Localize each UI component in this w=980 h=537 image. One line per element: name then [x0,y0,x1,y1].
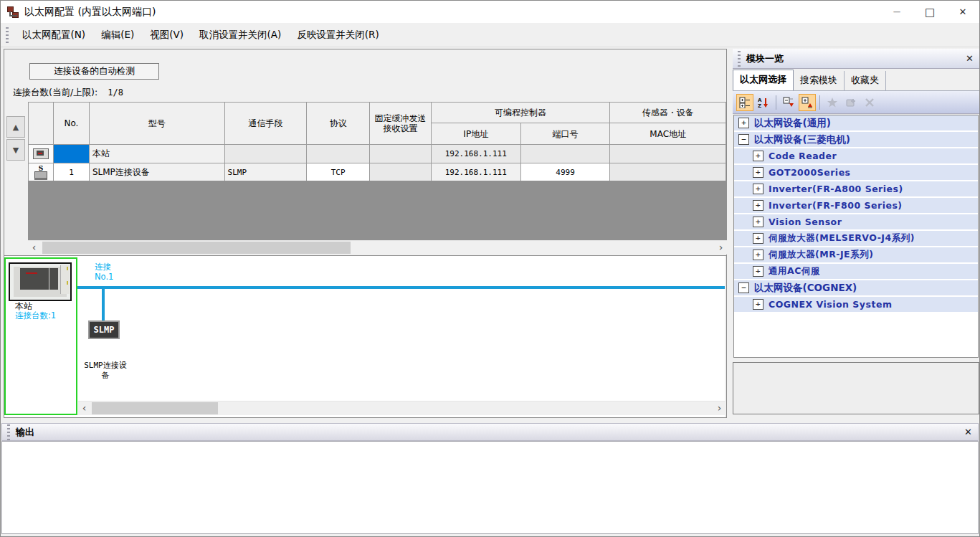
slmp-device-icon: S [29,163,54,182]
host-protocol-cell [307,145,370,163]
tree-item-ethernet-cognex[interactable]: −以太网设备(COGNEX) [734,280,978,295]
expand-icon[interactable]: + [753,184,763,194]
expand-icon[interactable]: + [753,233,763,244]
svg-text:A: A [758,98,762,103]
delete-icon [861,94,878,111]
expand-icon[interactable]: + [738,118,749,128]
scrollbar-thumb[interactable] [42,242,351,254]
col-mac: MAC地址 [610,123,726,145]
close-button[interactable]: ✕ [946,1,979,23]
toolbar-separator [776,95,776,110]
output-grip[interactable] [7,424,10,440]
module-list-tabs: 以太网选择 搜索模块 收藏夹 [733,69,979,91]
slmp-model-cell[interactable]: SLMP连接设备 [89,163,224,182]
tree-item-inverter-f800[interactable]: +Inverter(FR-F800 Series) [734,198,978,213]
col-ip: IP地址 [431,123,520,145]
device-table: No. 型号 通信手段 协议 固定缓冲发送接收设置 可编程控制器 传感器・设备 … [28,102,726,182]
scroll-right-icon[interactable]: › [715,242,727,254]
expand-tree-toggle-icon[interactable] [736,94,753,111]
table-horizontal-scrollbar[interactable]: ‹ › [28,240,727,255]
row-down-button[interactable]: ▼ [6,139,25,161]
slmp-protocol-cell[interactable]: TCP [307,163,370,182]
expand-icon[interactable]: + [753,250,763,260]
tree-item-vision-sensor[interactable]: +Vision Sensor [734,214,978,229]
tree-item-general-ac-servo[interactable]: +通用AC伺服 [734,264,978,279]
col-protocol: 协议 [307,103,370,145]
toolbar-separator [819,95,820,110]
app-icon [7,6,19,18]
menu-edit[interactable]: 编辑(E) [93,24,142,46]
output-close-icon[interactable]: ✕ [964,427,972,437]
col-model: 型号 [89,103,224,145]
menu-view[interactable]: 视图(V) [142,24,191,46]
table-row-host[interactable]: 本站 192.168.1.111 [29,145,726,163]
tree-item-ethernet-mitsubishi[interactable]: −以太网设备(三菱电机) [734,132,978,147]
tab-search-module[interactable]: 搜索模块 [794,71,845,90]
menu-apply-close[interactable]: 反映设置并关闭(R) [289,24,386,46]
tree-item-cognex-vision[interactable]: +COGNEX Vision System [734,297,978,312]
add-favorite-icon [842,94,860,111]
tree-item-ethernet-generic[interactable]: +以太网设备(通用) [734,115,978,130]
menu-cancel-close[interactable]: 取消设置并关闭(A) [191,24,289,46]
module-list-close-icon[interactable]: ✕ [966,53,974,64]
host-model-cell[interactable]: 本站 [89,145,224,163]
host-no-cell[interactable] [53,145,89,163]
sort-az-icon[interactable]: AZ [755,94,772,111]
host-station-icon [29,145,54,163]
ethernet-config-panel: 连接设备的自动检测 连接台数(当前/上限):1/8 ▲ ▼ No. 型号 通信手… [4,49,727,418]
scroll-left-icon[interactable]: ‹ [78,402,90,414]
slmp-comm-cell[interactable]: SLMP [224,163,307,182]
row-up-button[interactable]: ▲ [6,116,25,138]
collapse-icon[interactable]: − [738,282,749,293]
slmp-port-cell[interactable]: 4999 [520,163,610,182]
window-title: 以太网配置 (内置以太网端口) [24,6,156,19]
menu-ethernet-config[interactable]: 以太网配置(N) [14,24,93,46]
tree-item-got2000[interactable]: +GOT2000Series [734,165,978,180]
minimize-button[interactable]: ─ [880,1,913,23]
tree-item-code-reader[interactable]: +Code Reader [734,148,978,163]
slmp-ip-cell[interactable]: 192.168.1.111 [431,163,520,182]
expand-icon[interactable]: + [753,200,763,211]
host-port-cell [520,145,610,163]
host-station-box[interactable]: 本站 连接台数:1 [4,257,77,415]
slmp-no-cell[interactable]: 1 [53,163,89,182]
tab-favorites[interactable]: 收藏夹 [845,71,886,90]
ethernet-drop-line [102,286,105,320]
module-description-box [733,362,979,414]
col-group-sensor: 传感器・设备 [610,103,726,123]
expand-icon[interactable]: + [753,151,763,161]
expand-icon[interactable]: + [753,217,763,227]
host-ip-cell[interactable]: 192.168.1.111 [431,145,520,163]
table-row-slmp-device[interactable]: S 1 SLMP连接设备 SLMP TCP 192.168.1.111 4999 [29,163,726,182]
tree-item-servo-je[interactable]: +伺服放大器(MR-JE系列) [734,247,978,262]
tree-item-inverter-a800[interactable]: +Inverter(FR-A800 Series) [734,181,978,196]
scroll-left-icon[interactable]: ‹ [28,242,40,254]
collapse-all-icon[interactable] [780,94,797,111]
col-comm: 通信手段 [224,103,307,145]
tab-ethernet-select[interactable]: 以太网选择 [733,70,794,90]
col-buffer: 固定缓冲发送接收设置 [370,103,432,145]
expand-icon[interactable]: + [753,266,763,277]
collapse-icon[interactable]: − [738,134,749,145]
expand-icon[interactable]: + [753,167,763,178]
slmp-device-caption: SLMP连接设备 [82,361,128,381]
plc-image [9,262,72,301]
scrollbar-thumb[interactable] [92,402,218,414]
expand-icon[interactable]: + [753,299,763,310]
scroll-right-icon[interactable]: › [713,402,726,414]
svg-text:Z: Z [758,103,761,108]
favorite-star-icon [824,94,841,111]
maximize-button[interactable]: □ [913,1,946,23]
device-tree: +以太网设备(通用) −以太网设备(三菱电机) +Code Reader +GO… [733,115,979,358]
module-list-toolbar: AZ [733,91,979,114]
module-list-panel: 模块一览 ✕ 以太网选择 搜索模块 收藏夹 AZ +以太网设备 [733,49,979,417]
tree-item-servo-j4[interactable]: +伺服放大器(MELSERVO-J4系列) [734,231,978,246]
menubar: 以太网配置(N) 编辑(E) 视图(V) 取消设置并关闭(A) 反映设置并关闭(… [1,23,979,47]
panel-grip[interactable] [738,51,741,67]
host-buffer-cell [370,145,432,163]
auto-detect-button[interactable]: 连接设备的自动检测 [29,63,159,80]
expand-all-icon[interactable] [799,94,816,111]
slmp-buffer-cell [370,163,432,182]
diagram-horizontal-scrollbar[interactable]: ‹ › [78,401,726,415]
slmp-device-node[interactable]: SLMP [88,320,120,339]
